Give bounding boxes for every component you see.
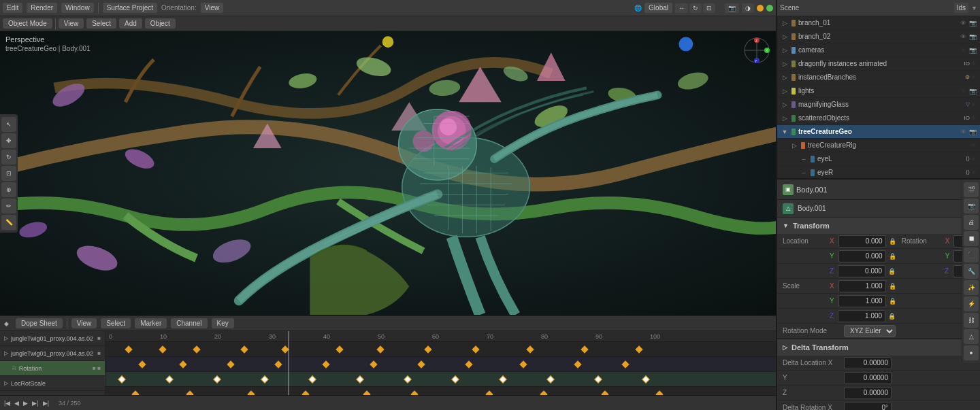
outliner-item-dragonfly[interactable]: ▷ dragonfly instances animated IO 👁 <box>777 57 980 71</box>
key-3-3[interactable] <box>213 375 220 383</box>
window-menu[interactable]: Window <box>61 3 94 13</box>
delta-loc-z-input[interactable] <box>844 387 892 399</box>
key-1-8[interactable] <box>424 345 431 353</box>
dope-select[interactable]: Select <box>101 318 131 328</box>
key-2-3[interactable] <box>227 360 234 368</box>
key-1-3[interactable] <box>193 345 200 353</box>
cameras-eye[interactable]: 👁 <box>960 46 967 54</box>
key-3-12[interactable] <box>642 375 649 383</box>
channel-row-4[interactable]: ▷ LocRotScale <box>0 376 105 391</box>
key-1-6[interactable] <box>336 345 343 353</box>
key-2-10[interactable] <box>574 360 581 368</box>
key-3-5[interactable] <box>308 375 316 383</box>
camera-view-icon[interactable]: 📷 <box>725 3 739 13</box>
key-4-10[interactable] <box>655 390 663 395</box>
object-menu-btn[interactable]: Object <box>145 18 176 29</box>
key-4-1[interactable] <box>131 390 139 395</box>
outliner-item-eyer[interactable]: – eyeR ⟨⟩ 👁 <box>777 166 980 180</box>
key-3-11[interactable] <box>594 375 602 383</box>
key-3-2[interactable] <box>165 375 173 383</box>
constraints-icon[interactable]: ⛓ <box>964 313 979 328</box>
add-menu-btn[interactable]: Add <box>119 18 142 29</box>
key-4-6[interactable] <box>410 390 418 395</box>
scale-y-input[interactable] <box>838 295 886 307</box>
key-2-8[interactable] <box>465 360 472 368</box>
magnify-eye[interactable]: 👁 <box>970 101 977 109</box>
key-4-4[interactable] <box>301 390 309 395</box>
scattered-eye[interactable]: 👁 <box>970 114 977 122</box>
rig-eye[interactable]: 👁 <box>970 141 977 150</box>
outliner-item-lights[interactable]: ▷ lights 👁 📷 <box>777 84 980 98</box>
data-icon[interactable]: △ <box>964 329 979 344</box>
cameras-cam[interactable]: 📷 <box>968 46 977 54</box>
delta-transform-header[interactable]: ▷ Delta Transform <box>777 339 980 356</box>
key-3-9[interactable] <box>499 375 506 383</box>
key-3-7[interactable] <box>404 375 411 383</box>
key-1-4[interactable] <box>240 345 248 353</box>
timeline-track-1[interactable] <box>105 342 776 357</box>
material-icon[interactable]: ● <box>964 345 979 360</box>
scale-x-lock[interactable]: 🔒 <box>889 283 896 290</box>
key-4-2[interactable] <box>186 390 193 395</box>
eyer-eye[interactable]: 👁 <box>970 169 977 177</box>
instanced-eye[interactable]: 👁 <box>970 73 977 82</box>
playback-icon-next[interactable]: ▶| <box>32 400 38 407</box>
view-menu-btn[interactable]: View <box>59 18 84 29</box>
branch01-eye[interactable]: 👁 <box>960 19 967 27</box>
rotation-mode-select[interactable]: XYZ Euler <box>844 325 896 337</box>
key-1-10[interactable] <box>526 345 534 353</box>
key-1-2[interactable] <box>159 345 166 353</box>
channel-row-3[interactable]: R Rotation ■ ■ <box>0 361 105 376</box>
outliner-item-scattered[interactable]: ▷ scatteredObjects IO 👁 <box>777 112 980 125</box>
global-btn[interactable]: Global <box>644 3 672 13</box>
surface-project-btn[interactable]: Surface Project <box>103 3 157 13</box>
object-prop-icon[interactable]: ⬛ <box>964 247 979 262</box>
dope-channel[interactable]: Channel <box>171 318 207 328</box>
loc-x-lock[interactable]: 🔒 <box>889 238 896 245</box>
key-3-4[interactable] <box>261 375 268 383</box>
outliner[interactable]: ▷ branch_01 👁 📷 ▷ branch_02 👁 📷 <box>777 16 980 180</box>
key-2-2[interactable] <box>179 360 186 368</box>
key-3-10[interactable] <box>546 375 554 383</box>
annotate-tool[interactable]: ✏ <box>1 199 16 213</box>
outliner-item-treecreaturerig[interactable]: ▷ treeCreatureRig 👁 <box>777 139 980 152</box>
nav-gizmo[interactable]: Z X Y <box>743 37 770 64</box>
object-mode-btn[interactable]: Object Mode <box>3 18 52 29</box>
viewport-3d[interactable]: Perspective treeCreatureGeo | Body.001 ↖… <box>0 31 776 315</box>
key-4-5[interactable] <box>363 390 370 395</box>
treecreature-eye[interactable]: 👁 <box>960 128 967 136</box>
dragonfly-eye[interactable]: 👁 <box>970 60 977 68</box>
lights-cam[interactable]: 📷 <box>968 87 977 95</box>
treecreature-cam[interactable]: 📷 <box>968 128 977 136</box>
scale-y-lock[interactable]: 🔒 <box>889 298 896 305</box>
dope-sheet-label[interactable]: Dope Sheet <box>16 318 63 328</box>
view-layer-icon[interactable]: 🔲 <box>964 231 979 246</box>
outliner-item-branch01[interactable]: ▷ branch_01 👁 📷 <box>777 16 980 30</box>
key-1-9[interactable] <box>472 345 479 353</box>
scene-prop-icon[interactable]: 🎬 <box>964 182 979 197</box>
branch02-eye[interactable]: 👁 <box>960 33 967 41</box>
outliner-item-instanced[interactable]: ▷ instancedBranches ⚙ 👁 <box>777 71 980 84</box>
select-menu-btn[interactable]: Select <box>86 18 116 29</box>
select-tool[interactable]: ↖ <box>1 117 16 132</box>
rotate-tool[interactable]: ↻ <box>1 150 16 165</box>
eyel-eye[interactable]: 👁 <box>970 155 977 163</box>
key-2-5[interactable] <box>322 360 329 368</box>
key-2-1[interactable] <box>138 360 146 368</box>
playback-icon-start[interactable]: |◀ <box>4 400 10 407</box>
outliner-item-treecreature[interactable]: ▼ treeCreatureGeo 👁 📷 <box>777 125 980 139</box>
location-x-input[interactable] <box>838 235 886 247</box>
timeline-scrubber[interactable] <box>288 331 289 395</box>
playback-icon-end[interactable]: ▶| <box>43 400 49 407</box>
ids-label[interactable]: Ids <box>954 3 968 13</box>
viewport-shading-icon[interactable]: ◑ <box>742 3 754 13</box>
view-btn[interactable]: View <box>201 3 224 13</box>
key-1-12[interactable] <box>635 345 642 353</box>
dope-sheet-timeline[interactable]: 0 10 20 30 40 50 60 70 80 90 100 <box>105 331 776 395</box>
filter-icon[interactable]: ▼ <box>971 5 977 12</box>
timeline-track-4[interactable] <box>105 387 776 395</box>
physics-icon[interactable]: ⚡ <box>964 296 979 311</box>
key-2-4[interactable] <box>274 360 282 368</box>
key-2-9[interactable] <box>519 360 527 368</box>
timeline-track-2[interactable] <box>105 357 776 372</box>
